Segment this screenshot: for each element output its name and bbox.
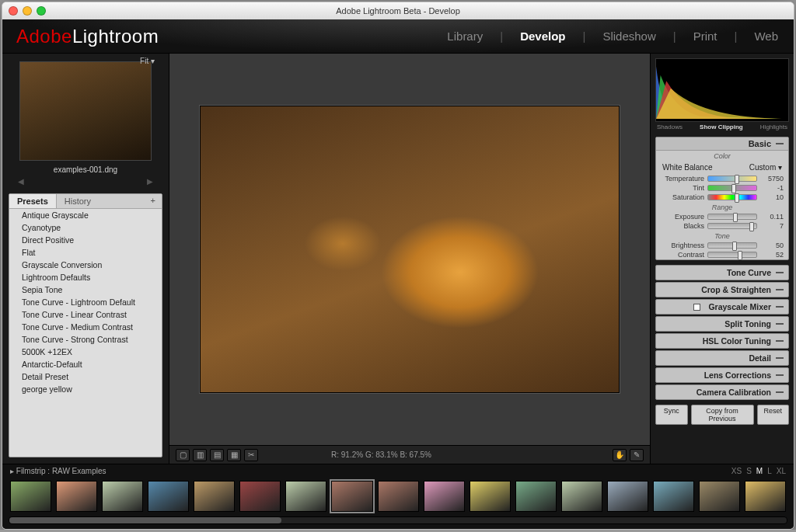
module-slideshow[interactable]: Slideshow (601, 28, 657, 44)
photo[interactable] (200, 106, 620, 393)
panel-hsl-color-tuning[interactable]: HSL Color Tuning (655, 333, 789, 349)
preset-item[interactable]: Antique Grayscale (9, 209, 162, 221)
preset-item[interactable]: Tone Curve - Medium Contrast (9, 321, 162, 333)
crop-tool-icon[interactable]: ✂ (244, 449, 258, 461)
module-develop[interactable]: Develop (518, 28, 567, 44)
navigator-thumbnail[interactable] (19, 61, 152, 161)
filmstrip-thumb[interactable] (607, 481, 648, 512)
preset-item[interactable]: Tone Curve - Strong Contrast (9, 333, 162, 346)
filmstrip-thumb[interactable] (424, 481, 465, 512)
module-print[interactable]: Print (692, 28, 719, 44)
histogram[interactable] (655, 58, 789, 122)
preset-item[interactable]: Lightroom Defaults (9, 271, 162, 283)
saturation-value[interactable]: 10 (760, 193, 784, 201)
tint-value[interactable]: -1 (760, 184, 784, 192)
filmstrip-thumb[interactable] (148, 481, 189, 512)
panel-detail[interactable]: Detail (655, 350, 789, 366)
filmstrip-thumb[interactable] (331, 481, 372, 512)
add-preset-button[interactable]: + (145, 194, 162, 208)
collapse-icon (776, 391, 784, 393)
filmstrip-thumb[interactable] (239, 481, 281, 512)
panel-camera-calibration[interactable]: Camera Calibration (655, 384, 789, 400)
contrast-slider[interactable] (707, 252, 757, 258)
saturation-slider[interactable] (707, 194, 757, 200)
preset-item[interactable]: george yellow (9, 383, 162, 395)
collapse-icon (776, 340, 784, 342)
filmstrip-thumb[interactable] (653, 481, 694, 512)
filmstrip-sizes: XSSMLXL (727, 467, 786, 475)
preset-item[interactable]: Direct Positive (9, 234, 162, 246)
filmstrip-size-s[interactable]: S (746, 467, 752, 475)
tab-presets[interactable]: Presets (9, 194, 57, 208)
preset-item[interactable]: Tone Curve - Lightroom Default (9, 296, 162, 308)
module-web[interactable]: Web (752, 28, 780, 44)
preset-item[interactable]: Antarctic-Default (9, 358, 162, 370)
preset-item[interactable]: Flat (9, 246, 162, 259)
reset-button[interactable]: Reset (757, 405, 790, 425)
preset-item[interactable]: Detail Preset (9, 370, 162, 383)
preset-item[interactable]: Cyanotype (9, 221, 162, 234)
brightness-value[interactable]: 50 (760, 242, 784, 249)
panel-grayscale-mixer[interactable]: Grayscale Mixer (655, 299, 789, 315)
filmstrip-thumb[interactable] (470, 481, 511, 512)
tab-history[interactable]: History (57, 194, 99, 208)
tint-slider[interactable] (707, 185, 757, 191)
nav-next-icon[interactable]: ▶ (147, 177, 153, 186)
view-survey-icon[interactable]: ▦ (227, 449, 241, 461)
white-balance-select[interactable]: Custom ▾ (749, 163, 782, 172)
preset-item[interactable]: Tone Curve - Linear Contrast (9, 308, 162, 321)
filmstrip-thumb[interactable] (561, 481, 602, 512)
navigator-fit-select[interactable]: Fit ▾ (140, 57, 155, 65)
filmstrip-size-xl[interactable]: XL (777, 467, 786, 475)
filmstrip-thumb[interactable] (10, 481, 51, 512)
collapse-icon (776, 357, 784, 359)
pan-tool-icon[interactable]: ✋ (613, 449, 627, 461)
panel-lens-corrections[interactable]: Lens Corrections (655, 367, 789, 383)
filmstrip-size-m[interactable]: M (756, 467, 763, 475)
blacks-slider[interactable] (707, 223, 757, 229)
histogram-highlights-label[interactable]: Highlights (760, 123, 787, 130)
blacks-value[interactable]: 7 (760, 222, 784, 230)
filmstrip-thumb[interactable] (378, 481, 419, 512)
filmstrip-thumb[interactable] (745, 481, 786, 512)
nav-prev-icon[interactable]: ◀ (18, 177, 24, 186)
contrast-value[interactable]: 52 (760, 251, 784, 259)
filmstrip-size-l[interactable]: L (767, 467, 772, 475)
filmstrip-size-xs[interactable]: XS (731, 467, 742, 475)
histogram-show-clipping[interactable]: Show Clipping (700, 123, 743, 130)
main-area: Fit ▾ examples-001.dng ◀▶ Presets Histor… (2, 54, 794, 464)
panel-split-toning[interactable]: Split Toning (655, 316, 789, 332)
temperature-slider[interactable] (707, 176, 757, 182)
histogram-shadows-label[interactable]: Shadows (657, 123, 683, 130)
filmstrip-thumb[interactable] (699, 481, 740, 512)
copy-previous-button[interactable]: Copy from Previous (691, 405, 754, 425)
filmstrip-track[interactable] (2, 478, 794, 516)
panel-tone-curve[interactable]: Tone Curve (655, 265, 789, 280)
module-library[interactable]: Library (445, 28, 484, 44)
exposure-value[interactable]: 0.11 (760, 213, 784, 221)
grayscale-checkbox[interactable] (693, 304, 700, 311)
filmstrip-label[interactable]: ▸ Filmstrip : RAW Examples (10, 467, 106, 475)
preset-item[interactable]: Grayscale Conversion (9, 259, 162, 271)
exposure-slider[interactable] (707, 214, 757, 220)
filmstrip-thumb[interactable] (56, 481, 97, 512)
collapse-icon (776, 323, 784, 325)
preset-item[interactable]: 5000K +12EX (9, 346, 162, 358)
preset-item[interactable]: Sepia Tone (9, 283, 162, 296)
filmstrip-thumb[interactable] (285, 481, 326, 512)
filmstrip-thumb[interactable] (102, 481, 143, 512)
temperature-value[interactable]: 5750 (760, 175, 784, 183)
filmstrip-scrollbar[interactable] (9, 516, 787, 524)
view-before-after-icon[interactable]: ▤ (210, 449, 224, 461)
right-bottom-actions: Sync Copy from Previous Reset (651, 402, 794, 428)
photo-canvas[interactable] (169, 54, 650, 445)
view-compare-icon[interactable]: ▥ (193, 449, 207, 461)
white-balance-picker-icon[interactable]: ✎ (630, 449, 644, 461)
brightness-slider[interactable] (707, 242, 757, 249)
panel-crop-straighten[interactable]: Crop & Straighten (655, 282, 789, 297)
sync-button[interactable]: Sync (655, 405, 688, 425)
filmstrip-thumb[interactable] (194, 481, 235, 512)
filmstrip-thumb[interactable] (515, 481, 557, 512)
basic-panel-header[interactable]: Basic (656, 137, 788, 151)
view-loupe-icon[interactable]: ▢ (176, 449, 190, 461)
